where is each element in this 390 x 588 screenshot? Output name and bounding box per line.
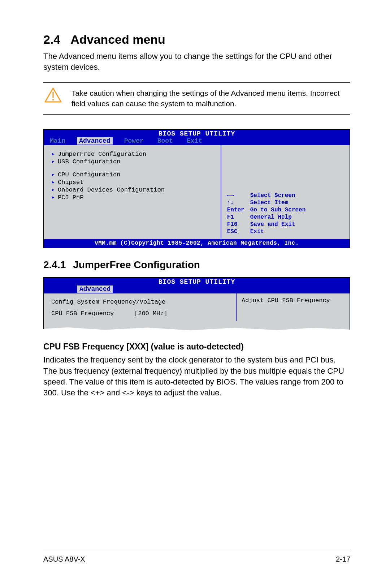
help-row: ←→Select Screen — [227, 192, 344, 199]
subsection-heading: 2.4.1JumperFree Configuration — [43, 259, 350, 271]
caution-text: Take caution when changing the settings … — [72, 87, 350, 109]
section-title: Advanced menu — [70, 33, 165, 46]
option-heading: CPU FSB Frequency [XXX] (value is auto-d… — [43, 342, 350, 352]
submenu-arrow-icon: ▸ — [51, 150, 58, 158]
help-label: General Help — [250, 214, 344, 220]
bios-menu-panel: ▸JumperFree Configuration ▸USB Configura… — [44, 145, 221, 239]
menu-label: JumperFree Configuration — [58, 150, 146, 158]
section-heading: 2.4Advanced menu — [43, 33, 350, 47]
submenu-arrow-icon: ▸ — [51, 194, 58, 201]
bios-copyright: vMM.mm (C)Copyright 1985-2002, American … — [44, 239, 350, 248]
help-row: F10Save and Exit — [227, 221, 344, 228]
subsection-number: 2.4.1 — [43, 259, 66, 270]
caution-block: Take caution when changing the settings … — [43, 82, 350, 115]
help-key: Enter — [227, 207, 250, 213]
bios-help-panel: Adjust CPU FSB Frequency — [237, 293, 350, 321]
help-key: F1 — [227, 214, 250, 220]
help-label: Select Screen — [250, 192, 344, 199]
menu-item-pcipnp[interactable]: ▸PCI PnP — [51, 194, 216, 201]
bios-tab-advanced[interactable]: Advanced — [77, 137, 112, 145]
intro-paragraph: The Advanced menu items allow you to cha… — [43, 51, 350, 72]
config-heading: Config System Frequency/Voltage — [51, 299, 231, 305]
help-row: EnterGo to Sub Screen — [227, 207, 344, 213]
menu-item-chipset[interactable]: ▸Chipset — [51, 179, 216, 186]
bios-tab-exit[interactable]: Exit — [185, 137, 204, 145]
help-key: ↑↓ — [227, 199, 250, 206]
submenu-arrow-icon: ▸ — [51, 179, 58, 186]
menu-label: Chipset — [58, 179, 83, 186]
bios-tab-bar: Main Advanced Power Boot Exit — [44, 137, 350, 145]
bios-screen-jumperfree: BIOS SETUP UTILITY Advanced Config Syste… — [43, 277, 350, 331]
help-label: Go to Sub Screen — [250, 207, 344, 213]
setting-label: CPU FSB Frequency — [51, 310, 134, 317]
submenu-arrow-icon: ▸ — [51, 171, 58, 179]
help-text: Adjust CPU FSB Frequency — [242, 297, 344, 304]
bios-utility-title: BIOS SETUP UTILITY — [44, 278, 350, 286]
help-row: ESCExit — [227, 228, 344, 235]
help-row: F1General Help — [227, 214, 344, 220]
submenu-arrow-icon: ▸ — [51, 186, 58, 194]
footer-page-number: 2-17 — [336, 555, 350, 563]
help-key: ESC — [227, 228, 250, 235]
bios-tab-advanced[interactable]: Advanced — [77, 286, 113, 293]
menu-item-cpu[interactable]: ▸CPU Configuration — [51, 171, 216, 179]
bios-utility-title: BIOS SETUP UTILITY — [44, 130, 350, 137]
svg-point-1 — [52, 99, 54, 100]
bios-screen-advanced: BIOS SETUP UTILITY Main Advanced Power B… — [43, 129, 350, 248]
bios-tab-power[interactable]: Power — [122, 137, 146, 145]
help-label: Select Item — [250, 199, 344, 206]
submenu-arrow-icon: ▸ — [51, 158, 58, 166]
footer-product: ASUS A8V-X — [43, 555, 85, 563]
menu-label: USB Configuration — [58, 158, 120, 166]
option-description: Indicates the frequency sent by the cloc… — [43, 355, 350, 398]
setting-cpu-fsb-frequency[interactable]: CPU FSB Frequency [200 MHz] — [51, 310, 231, 317]
section-number: 2.4 — [43, 33, 60, 46]
page-footer: ASUS A8V-X 2-17 — [43, 552, 350, 563]
bios-tab-bar: Advanced — [44, 286, 350, 293]
help-key: ←→ — [227, 192, 250, 199]
subsection-title: JumperFree Configuration — [73, 259, 200, 270]
menu-label: Onboard Devices Configuration — [58, 186, 165, 194]
menu-item-onboard[interactable]: ▸Onboard Devices Configuration — [51, 186, 216, 194]
menu-item-jumperfree[interactable]: ▸JumperFree Configuration — [51, 150, 216, 158]
bios-tab-main[interactable]: Main — [48, 137, 68, 145]
help-key: F10 — [227, 221, 250, 228]
bios-menu-panel: Config System Frequency/Voltage CPU FSB … — [44, 293, 237, 321]
menu-label: CPU Configuration — [58, 171, 120, 179]
caution-icon — [43, 87, 63, 103]
menu-item-usb[interactable]: ▸USB Configuration — [51, 158, 216, 166]
bios-help-panel: ←→Select Screen ↑↓Select Item EnterGo to… — [221, 145, 350, 239]
help-label: Exit — [250, 228, 344, 235]
bios-tab-boot[interactable]: Boot — [155, 137, 175, 145]
help-label: Save and Exit — [250, 221, 344, 228]
setting-value: [200 MHz] — [134, 310, 168, 317]
menu-label: PCI PnP — [58, 194, 83, 201]
help-row: ↑↓Select Item — [227, 199, 344, 206]
